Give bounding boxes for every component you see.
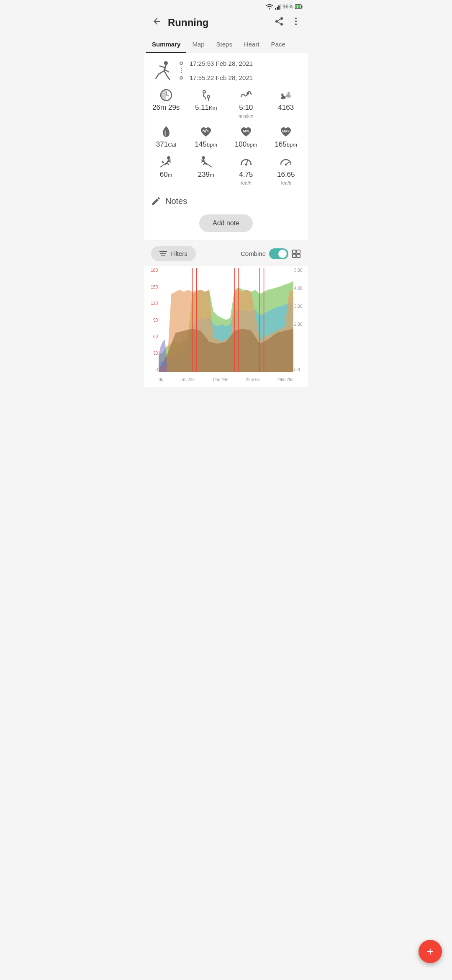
svg-line-25 [167, 75, 170, 79]
topbar-actions [272, 15, 303, 31]
x-label-7m22s: 7m 22s [181, 377, 195, 382]
svg-line-24 [164, 71, 167, 75]
svg-text:MAX: MAX [282, 129, 290, 133]
svg-rect-53 [293, 250, 296, 253]
svg-line-22 [159, 71, 164, 74]
heart-max-icon: MAX [279, 125, 293, 139]
y-right-0: 0.0 [293, 367, 308, 372]
svg-point-29 [247, 92, 249, 95]
svg-point-49 [285, 164, 287, 166]
speed-avg-icon [239, 155, 253, 169]
svg-point-12 [280, 23, 283, 26]
y-label-90: 90 [144, 318, 159, 322]
status-bar: 96% [144, 0, 308, 11]
chart-x-labels: 0s 7m 22s 14m 44s 22m 6s 29m 29s [159, 377, 293, 382]
add-note-button[interactable]: Add note [199, 214, 253, 232]
stat-distance: 5.11Km [188, 88, 225, 119]
pace-icon [239, 88, 253, 102]
duration-value: 26m 29s [152, 103, 180, 112]
combine-toggle[interactable] [269, 248, 288, 259]
filters-label: Filters [170, 250, 187, 257]
time-end-dot [180, 76, 183, 80]
heart-max-value: 165bpm [275, 140, 297, 149]
svg-rect-56 [297, 254, 300, 258]
share-button[interactable] [272, 15, 286, 31]
x-label-0s: 0s [159, 377, 163, 382]
stat-heart-avg: 145bpm [188, 125, 225, 149]
elev-gain-value: 60m [160, 170, 172, 179]
y-right-300: 3.00 [293, 304, 308, 309]
x-label-22m6s: 22m 6s [246, 377, 260, 382]
svg-rect-54 [297, 250, 300, 253]
combine-icon [292, 249, 301, 258]
battery-icon [295, 4, 303, 9]
svg-point-10 [280, 17, 283, 20]
time-connector [180, 62, 183, 66]
svg-point-16 [295, 21, 297, 22]
svg-rect-2 [278, 5, 280, 10]
combine-label: Combine [241, 250, 266, 257]
tabs: Summary Map Steps Heart Pace [144, 36, 308, 53]
pace-value: 5:10 [239, 103, 253, 112]
notes-label: Notes [165, 196, 187, 206]
combine-row: Combine [241, 248, 301, 259]
y-label-60: 60 [144, 334, 159, 339]
stats-grid-3: 60m 239m [144, 152, 308, 189]
y-label-150: 150 [144, 285, 159, 289]
stat-calories: 371Cal [148, 125, 185, 149]
tab-steps[interactable]: Steps [211, 36, 238, 53]
stat-steps: 4163 [268, 88, 305, 119]
stat-speed-avg: 4.75 Km/h [228, 155, 265, 186]
filters-button[interactable]: Filters [151, 246, 196, 261]
stat-elev-loss: 239m [188, 155, 225, 186]
calories-icon [159, 125, 173, 139]
elev-gain-icon [159, 155, 173, 169]
y-label-0: 0 [144, 367, 159, 372]
svg-point-11 [275, 20, 278, 23]
x-label-29m29s: 29m 29s [277, 377, 293, 382]
speed-avg-label: Km/h [241, 181, 252, 186]
run-end-time: 17:55:22 Feb 28, 2021 [180, 74, 253, 81]
tab-summary[interactable]: Summary [146, 36, 186, 53]
heart-min-value: 100bpm [235, 140, 257, 149]
svg-line-23 [156, 74, 159, 78]
speed-max-label: Km/h [280, 181, 291, 186]
x-label-14m44s: 14m 44s [212, 377, 228, 382]
svg-line-44 [203, 163, 205, 165]
svg-rect-1 [277, 7, 278, 10]
speed-avg-value: 4.75 [239, 170, 253, 179]
y-right-400: 4.00 [293, 286, 308, 291]
svg-text:MIN: MIN [243, 129, 249, 133]
stat-heart-max: MAX 165bpm [268, 125, 305, 149]
run-times: 17:25:53 Feb 28, 2021 17:55:22 Feb 28, 2… [180, 60, 253, 81]
wifi-icon [266, 4, 273, 10]
notes-section: Notes [144, 189, 308, 209]
distance-icon [199, 88, 213, 102]
steps-icon [279, 88, 293, 102]
tab-map[interactable]: Map [186, 36, 210, 53]
stat-elev-gain: 60m [148, 155, 185, 186]
duration-icon [159, 88, 173, 102]
more-menu-button[interactable] [289, 15, 303, 31]
stat-duration: 26m 29s [148, 88, 185, 119]
add-note-container: Add note [144, 209, 308, 240]
pencil-icon [151, 196, 161, 206]
calories-value: 371Cal [156, 140, 176, 149]
stat-speed-max: 16.65 Km/h [268, 155, 305, 186]
signal-icon [275, 4, 281, 10]
main-content: 17:25:53 Feb 28, 2021 17:55:22 Feb 28, 2… [144, 53, 308, 387]
tab-heart[interactable]: Heart [238, 36, 265, 53]
distance-value: 5.11Km [195, 103, 217, 112]
svg-point-17 [295, 23, 297, 25]
svg-line-20 [160, 66, 165, 68]
status-icons: 96% [266, 3, 303, 10]
speed-max-value: 16.65 [277, 170, 295, 179]
y-label-120: 120 [144, 301, 159, 306]
y-label-30: 30 [144, 351, 159, 356]
svg-rect-5 [302, 5, 303, 8]
chart-area: 180 150 120 90 60 30 0 5.00 4.00 3.00 2.… [144, 266, 308, 387]
svg-line-14 [278, 19, 281, 21]
back-button[interactable] [149, 16, 164, 29]
tab-pace[interactable]: Pace [265, 36, 291, 53]
speed-max-icon [279, 155, 293, 169]
